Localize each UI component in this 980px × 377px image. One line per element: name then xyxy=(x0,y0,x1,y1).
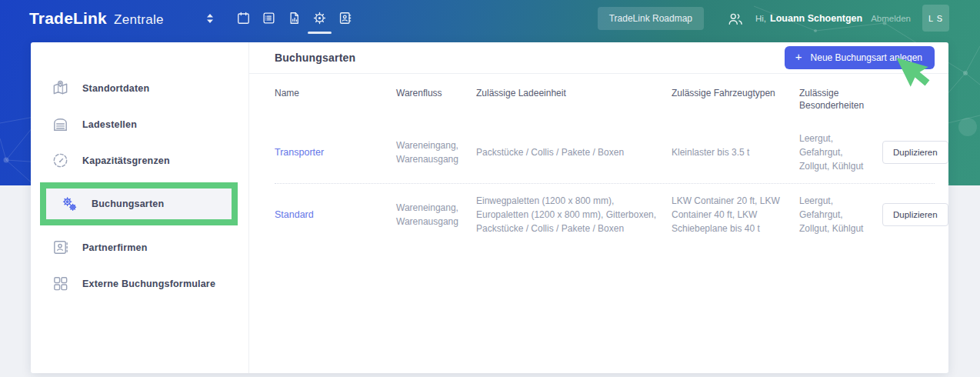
table-row-standard: Standard Wareneingang, Warenausgang Einw… xyxy=(275,184,935,245)
sidebar-item-partnerfirmen[interactable]: Partnerfirmen xyxy=(31,229,248,265)
gears-icon xyxy=(61,195,78,213)
top-navigation-bar: TradeLink Zentrale xyxy=(0,0,980,36)
cell-besonderheiten: Leergut, Gefahrgut, Zollgut, Kühlgut xyxy=(799,194,882,235)
greeting-prefix: Hi, xyxy=(755,14,766,23)
settings-panel: Standortdaten Ladestellen Kapazitätsgren… xyxy=(31,42,948,373)
cell-fahrzeugtypen: Kleinlaster bis 3.5 t xyxy=(672,145,799,159)
column-header-besonderheiten: Zulässige Besonderheiten xyxy=(799,87,882,112)
buchungsarten-table: Name Warenfluss Zulässige Ladeeinheit Zu… xyxy=(249,74,948,245)
booking-list-icon xyxy=(262,11,276,25)
users-icon xyxy=(727,11,744,26)
app-logo: TradeLink Zentrale xyxy=(29,9,164,28)
green-highlight-box: Buchungsarten xyxy=(40,182,238,225)
column-header-warenfluss: Warenfluss xyxy=(396,87,476,99)
sidebar-item-standortdaten[interactable]: Standortdaten xyxy=(31,70,248,106)
topnav-settings[interactable] xyxy=(312,11,327,25)
users-icon-wrap[interactable] xyxy=(727,11,744,26)
map-location-icon xyxy=(52,79,69,97)
workspace-switcher[interactable] xyxy=(205,13,215,24)
sidebar-label: Standortdaten xyxy=(82,83,149,94)
logout-link[interactable]: Abmelden xyxy=(871,14,911,23)
row-name-link[interactable]: Transporter xyxy=(275,145,396,160)
create-button-label: Neue Buchungsart anlegen xyxy=(811,52,922,63)
cell-besonderheiten: Leergut, Gefahrgut, Zollgut, Kühlgut xyxy=(799,132,882,173)
topnav-calendar[interactable] xyxy=(236,11,251,25)
sidebar-item-kapazitaetsgrenzen[interactable]: Kapazitätsgrenzen xyxy=(31,142,248,178)
sidebar-label: Buchungsarten xyxy=(92,199,164,209)
sidebar-item-buchungsarten[interactable]: Buchungsarten xyxy=(46,188,232,219)
warehouse-gate-icon xyxy=(52,115,69,133)
topnav-contacts[interactable] xyxy=(338,11,352,25)
cell-ladeeinheit: Einwegpaletten (1200 x 800 mm), Europale… xyxy=(476,194,672,235)
cell-fahrzeugtypen: LKW Container 20 ft, LKW Container 40 ft… xyxy=(672,194,799,235)
page-title: Buchungsarten xyxy=(275,52,355,64)
workspace-name: Zentrale xyxy=(114,12,164,28)
topbar-right: TradeLink Roadmap Hi, Louann Schoentgen … xyxy=(598,5,980,32)
table-row-transporter: Transporter Wareneingang, Warenausgang P… xyxy=(275,122,935,184)
column-header-name: Name xyxy=(275,87,396,99)
cell-ladeeinheit: Packstücke / Collis / Pakete / Boxen xyxy=(476,145,672,159)
user-name: Louann Schoentgen xyxy=(770,13,862,24)
grid-icon xyxy=(52,275,69,292)
topnav-bookings[interactable] xyxy=(262,11,276,25)
column-header-ladeeinheit: Zulässige Ladeeinheit xyxy=(476,87,672,99)
sort-arrows-icon xyxy=(205,13,215,24)
settings-gear-icon xyxy=(312,11,327,25)
create-buchungsart-button[interactable]: + Neue Buchungsart anlegen xyxy=(785,46,935,69)
plus-icon: + xyxy=(795,51,802,62)
content-header: Buchungsarten + Neue Buchungsart anlegen xyxy=(249,42,948,74)
calendar-icon xyxy=(236,11,251,25)
topnav-icon-menu xyxy=(236,11,352,25)
avatar[interactable]: L S xyxy=(922,5,949,32)
brand-name: TradeLink xyxy=(29,9,107,28)
sidebar-item-ladestellen[interactable]: Ladestellen xyxy=(31,106,248,142)
duplicate-button[interactable]: Duplizieren xyxy=(882,141,948,164)
column-header-fahrzeugtypen: Zulässige Fahrzeugtypen xyxy=(672,87,799,99)
gauge-icon xyxy=(52,152,69,169)
sidebar-label: Ladestellen xyxy=(82,119,137,130)
roadmap-button[interactable]: TradeLink Roadmap xyxy=(598,7,704,30)
table-header-row: Name Warenfluss Zulässige Ladeeinheit Zu… xyxy=(275,74,935,122)
document-report-icon xyxy=(287,11,302,25)
sidebar-label: Partnerfirmen xyxy=(82,242,148,253)
contacts-book-icon xyxy=(338,11,352,25)
row-name-link[interactable]: Standard xyxy=(275,208,396,222)
sidebar-item-externe-buchungsformulare[interactable]: Externe Buchungsformulare xyxy=(31,265,248,302)
topnav-reports[interactable] xyxy=(287,11,302,25)
cell-warenfluss: Wareneingang, Warenausgang xyxy=(396,138,476,166)
contact-card-icon xyxy=(52,239,69,256)
sidebar-label: Kapazitätsgrenzen xyxy=(82,155,170,166)
sidebar-label: Externe Buchungsformulare xyxy=(82,279,215,289)
cell-warenfluss: Wareneingang, Warenausgang xyxy=(396,201,476,229)
buchungsarten-content: Buchungsarten + Neue Buchungsart anlegen… xyxy=(249,42,948,373)
settings-sidebar: Standortdaten Ladestellen Kapazitätsgren… xyxy=(31,42,249,373)
duplicate-button[interactable]: Duplizieren xyxy=(882,203,948,226)
